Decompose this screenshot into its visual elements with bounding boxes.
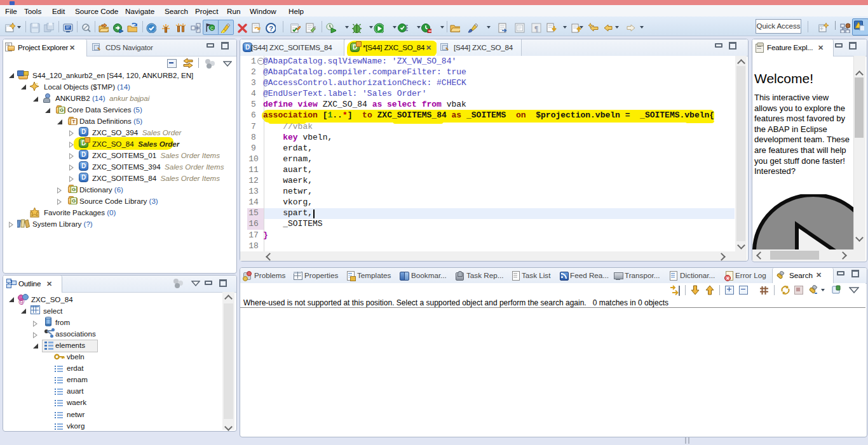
svg-text:C: C xyxy=(210,26,214,30)
svg-text:¶: ¶ xyxy=(534,24,538,33)
svg-text:?: ? xyxy=(269,25,273,32)
